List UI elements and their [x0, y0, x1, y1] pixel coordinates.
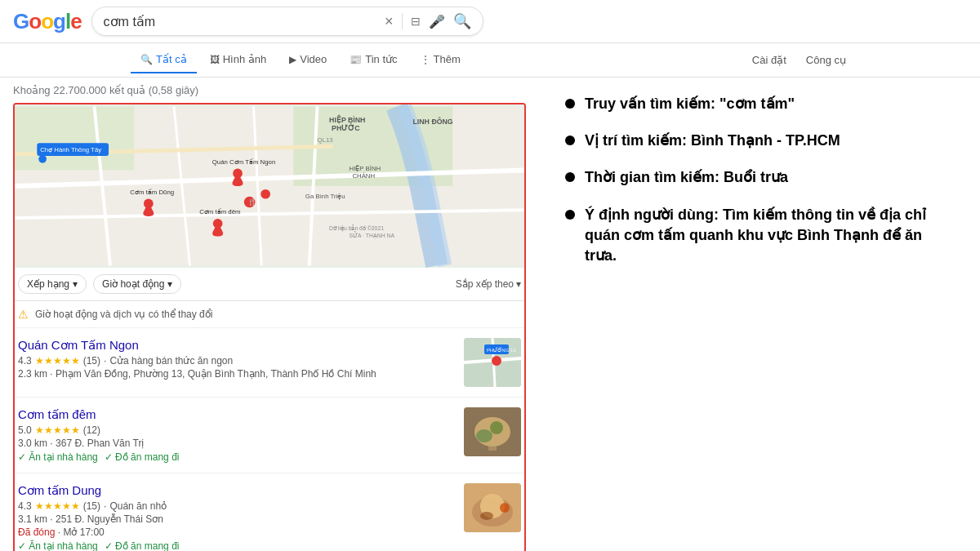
restaurant-name-1: Quán Cơm Tấm Ngon [18, 338, 457, 353]
divider [402, 13, 403, 29]
restaurant-item[interactable]: Quán Cơm Tấm Ngon 4.3 ★★★★★ (15) · Cửa h… [15, 328, 524, 398]
clear-icon[interactable]: × [385, 13, 394, 30]
svg-point-34 [492, 356, 501, 366]
tab-them[interactable]: ⋮ Thêm [411, 47, 470, 73]
svg-text:HIỆP BÌNH: HIỆP BÌNH [349, 165, 381, 172]
left-panel: Khoảng 22.700.000 kết quả (0,58 giây) [0, 78, 539, 551]
filter-gio-hoat-dong[interactable]: Giờ hoạt động ▾ [93, 274, 181, 294]
bullet-item-3: Thời gian tìm kiếm: Buổi trưa [565, 167, 954, 188]
filter-bar: Xếp hạng ▾ Giờ hoạt động ▾ Sắp xếp theo … [15, 268, 524, 301]
nav-tabs: 🔍 Tất cả 🖼 Hình ảnh ▶ Video 📰 Tin tức ⋮ … [0, 43, 980, 78]
svg-point-45 [480, 512, 493, 520]
svg-text:Cơm tấm Dũng: Cơm tấm Dũng [130, 189, 174, 196]
tab-video[interactable]: ▶ Video [279, 47, 336, 73]
svg-rect-1 [15, 107, 134, 171]
map-thumbnail-1: PHƯỜNG 13 [464, 338, 521, 387]
bullet-text-2: Vị trí tìm kiếm: Bình Thạnh - TP.HCM [585, 131, 840, 151]
sort-chevron: ▾ [516, 278, 521, 290]
svg-text:PHƯỚC: PHƯỚC [332, 122, 360, 132]
restaurant-item-2[interactable]: Cơm tấm đêm 5.0 ★★★★★ (12) 3.0 km · 367 … [15, 398, 524, 473]
restaurant-info-1: Quán Cơm Tấm Ngon 4.3 ★★★★★ (15) · Cửa h… [18, 338, 457, 380]
result-count: Khoảng 22.700.000 kết quả (0,58 giây) [13, 84, 526, 96]
restaurant-image-2 [464, 407, 521, 456]
svg-text:Dữ liệu bản đồ ©2021: Dữ liệu bản đồ ©2021 [329, 224, 384, 232]
svg-text:PHƯỜNG 13: PHƯỜNG 13 [487, 347, 516, 353]
bullet-item-2: Vị trí tìm kiếm: Bình Thạnh - TP.HCM [565, 131, 954, 151]
restaurant-status-3: Đã đóng · Mở 17:00 [18, 527, 457, 538]
restaurant-image-3 [464, 483, 521, 532]
bullet-dot-4 [565, 210, 575, 220]
tab-tin-tuc[interactable]: 📰 Tin tức [340, 47, 407, 73]
restaurant-info-2: Cơm tấm đêm 5.0 ★★★★★ (12) 3.0 km · 367 … [18, 407, 457, 463]
google-logo: Google [13, 9, 82, 34]
svg-text:🍴: 🍴 [247, 197, 256, 207]
bullet-item-4: Ý định người dùng: Tìm kiếm thông tin về… [565, 205, 954, 267]
tab-hinh-anh[interactable]: 🖼 Hình ảnh [200, 47, 277, 73]
restaurant-rating-1: 4.3 ★★★★★ (15) · Cửa hàng bán thức ăn ng… [18, 355, 457, 367]
bullet-text-3: Thời gian tìm kiếm: Buổi trưa [585, 167, 788, 188]
keyboard-icon[interactable]: ⊟ [411, 15, 421, 28]
warning-icon: ⚠ [18, 308, 29, 321]
settings-link[interactable]: Cài đặt [749, 47, 790, 73]
image-tab-icon: 🖼 [210, 54, 220, 65]
map-container: QL13 HIỆP BÌNH PHƯỚC LINH ĐÔNG HIỆP BÌNH… [13, 103, 526, 551]
tag-eat-in-2: ✓ Ăn tại nhà hàng [18, 451, 98, 463]
header: Google × ⊟ 🎤 🔍 [0, 0, 980, 43]
restaurant-rating-3: 4.3 ★★★★★ (15) · Quán ăn nhỏ [18, 500, 457, 512]
main-content: Khoảng 22.700.000 kết quả (0,58 giây) [0, 78, 980, 551]
svg-point-46 [500, 503, 510, 513]
tag-takeout-2: ✓ Đồ ăn mang đi [105, 451, 180, 463]
more-tab-icon: ⋮ [421, 54, 430, 65]
svg-rect-41 [488, 444, 497, 451]
svg-text:Chợ Hành Thông Tây: Chợ Hành Thông Tây [40, 146, 101, 153]
search-icons: × ⊟ 🎤 🔍 [385, 12, 471, 30]
restaurant-detail-3: 3.1 km · 251 Đ. Nguyễn Thái Sơn [18, 513, 457, 525]
restaurant-tags-3: ✓ Ăn tại nhà hàng ✓ Đồ ăn mang đi [18, 540, 457, 551]
search-button[interactable]: 🔍 [453, 12, 471, 30]
svg-text:HIỆP BÌNH: HIỆP BÌNH [329, 114, 365, 124]
nav-right: Cài đặt Công cụ [749, 47, 849, 73]
restaurant-name-3: Cơm tấm Dung [18, 483, 457, 498]
right-panel: Truy vấn tìm kiếm: "cơm tấm" Vị trí tìm … [539, 78, 980, 551]
bullet-dot-3 [565, 172, 575, 182]
tab-tat-ca[interactable]: 🔍 Tất cả [131, 47, 197, 73]
notice-bar: ⚠ Giờ hoạt động và dịch vụ có thể thay đ… [15, 301, 524, 328]
search-tab-icon: 🔍 [140, 54, 153, 65]
filter-xep-hang[interactable]: Xếp hạng ▾ [18, 274, 87, 294]
video-tab-icon: ▶ [289, 54, 296, 65]
svg-text:Cơm tấm đêm: Cơm tấm đêm [199, 208, 240, 216]
bullet-dot-2 [565, 136, 575, 145]
news-tab-icon: 📰 [350, 54, 362, 65]
bullet-dot-1 [565, 99, 575, 109]
bullet-text-1: Truy vấn tìm kiếm: "cơm tấm" [585, 94, 795, 114]
map-image[interactable]: QL13 HIỆP BÌNH PHƯỚC LINH ĐÔNG HIỆP BÌNH… [15, 104, 524, 268]
notice-text: Giờ hoạt động và dịch vụ có thể thay đổi [35, 309, 212, 320]
restaurant-info-3: Cơm tấm Dung 4.3 ★★★★★ (15) · Quán ăn nh… [18, 483, 457, 551]
gio-hoat-dong-label: Giờ hoạt động [102, 278, 164, 290]
xep-hang-chevron: ▾ [73, 278, 78, 290]
search-bar: × ⊟ 🎤 🔍 [91, 7, 483, 36]
svg-text:CHÁNH: CHÁNH [352, 172, 375, 180]
svg-point-21 [38, 155, 47, 163]
mic-icon[interactable]: 🎤 [429, 14, 445, 29]
svg-point-23 [144, 199, 154, 209]
sort-button[interactable]: Sắp xếp theo ▾ [456, 278, 521, 290]
restaurant-detail-2: 3.0 km · 367 Đ. Phan Văn Trị [18, 438, 457, 449]
bullet-item-1: Truy vấn tìm kiếm: "cơm tấm" [565, 94, 954, 114]
tools-link[interactable]: Công cụ [803, 47, 849, 73]
restaurant-name-2: Cơm tấm đêm [18, 407, 457, 422]
search-input[interactable] [104, 14, 385, 29]
xep-hang-label: Xếp hạng [27, 278, 69, 290]
stars-3: ★★★★★ [35, 500, 80, 512]
restaurant-rating-2: 5.0 ★★★★★ (12) [18, 424, 457, 436]
restaurant-item-3[interactable]: Cơm tấm Dung 4.3 ★★★★★ (15) · Quán ăn nh… [15, 473, 524, 551]
tag-takeout-3: ✓ Đồ ăn mang đi [105, 540, 180, 551]
svg-point-25 [233, 169, 243, 179]
restaurant-tags-2: ✓ Ăn tại nhà hàng ✓ Đồ ăn mang đi [18, 451, 457, 463]
restaurant-detail-1: 2.3 km · Phạm Văn Đồng, Phường 13, Quận … [18, 368, 457, 380]
svg-point-39 [476, 429, 492, 442]
stars-2: ★★★★★ [35, 424, 80, 436]
svg-point-30 [261, 189, 270, 199]
svg-text:LINH ĐÔNG: LINH ĐÔNG [412, 117, 452, 126]
gio-hoat-dong-chevron: ▾ [167, 278, 172, 290]
